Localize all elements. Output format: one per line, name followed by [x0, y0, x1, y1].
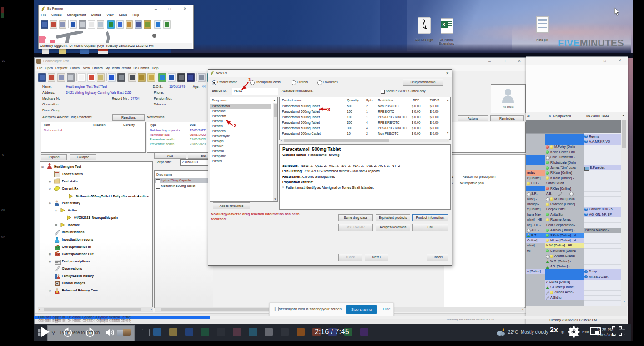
svg-text:10: 10: [66, 331, 70, 335]
svg-text:10: 10: [88, 331, 92, 335]
